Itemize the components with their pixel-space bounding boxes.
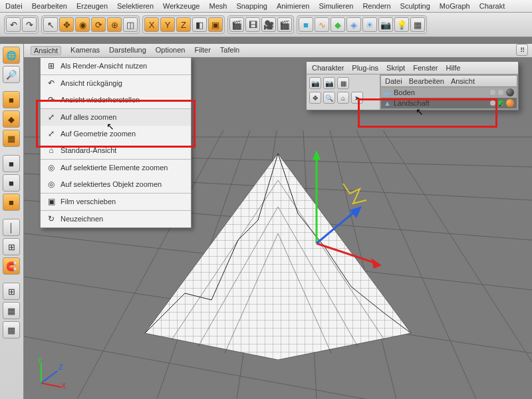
axis-button[interactable]: │: [3, 219, 20, 236]
om-header-datei[interactable]: Datei: [385, 77, 402, 85]
vp-menu-kameras[interactable]: Kameras: [70, 46, 100, 55]
axis-corner-indicator: Y X Z: [35, 358, 66, 390]
floor-icon: ▬: [384, 88, 391, 96]
object-row-boden[interactable]: ▬ Boden: [381, 87, 517, 98]
menu-item-label: Auf Geometrie zoomen: [61, 130, 136, 138]
nurbs-button[interactable]: ◆: [331, 17, 345, 32]
dropdown-item-8[interactable]: ▣Film verschieben: [41, 193, 191, 210]
om-menu-plugins[interactable]: Plug-ins: [352, 64, 378, 72]
deformer-button[interactable]: ◈: [346, 17, 361, 32]
material-slot-icon[interactable]: [506, 88, 514, 96]
menu-snapping[interactable]: Snapping: [236, 2, 267, 10]
lock-x-button[interactable]: X: [144, 17, 159, 32]
render-settings-button[interactable]: 🎥: [261, 17, 276, 32]
render-group: 🎬 🎞 🎥 🎬: [227, 15, 294, 34]
model-mode-button[interactable]: ■: [3, 91, 20, 108]
vp-menu-filter[interactable]: Filter: [194, 46, 210, 55]
menu-item-label: Auf selektierte Elemente zoomen: [61, 164, 168, 172]
menu-selektieren[interactable]: Selektieren: [117, 2, 154, 10]
workplane-mode-button[interactable]: ▦: [3, 130, 20, 147]
axis-gizmo[interactable]: [277, 144, 383, 277]
vp-menu-tafeln[interactable]: Tafeln: [220, 46, 239, 55]
primitive-button[interactable]: ■: [299, 17, 313, 32]
edge-mode-button[interactable]: ■: [3, 174, 20, 192]
menu-erzeugen[interactable]: Erzeugen: [76, 2, 108, 10]
om-arrow-icon[interactable]: ➤: [351, 92, 363, 104]
environment-button[interactable]: ☀: [362, 17, 377, 32]
rotate-tool[interactable]: ⟳: [91, 17, 106, 32]
workplane-button[interactable]: ⊞: [3, 283, 20, 300]
menu-mograph[interactable]: MoGraph: [440, 2, 470, 10]
om-menu-charakter[interactable]: Charakter: [312, 64, 344, 72]
cube-icon[interactable]: ▣: [208, 17, 223, 32]
viewport-solo-button[interactable]: ⊞: [3, 238, 20, 255]
om-header-bearbeiten[interactable]: Bearbeiten: [409, 77, 444, 85]
object-manager-panel[interactable]: Charakter Plug-ins Skript Fenster Hilfe …: [306, 61, 519, 110]
visibility-render-dot[interactable]: ✓: [498, 100, 503, 106]
menu-mesh[interactable]: Mesh: [209, 2, 227, 10]
om-move-icon[interactable]: ✥: [309, 92, 321, 104]
vp-config-icon[interactable]: ⠿: [516, 44, 528, 56]
dropdown-item-7[interactable]: ◎Auf selektiertes Objekt zoomen: [41, 176, 191, 193]
menu-bearbeiten[interactable]: Bearbeiten: [32, 2, 67, 10]
move-tool[interactable]: ✥: [59, 17, 74, 32]
menu-werkzeuge[interactable]: Werkzeuge: [163, 2, 200, 10]
make-editable-button[interactable]: 🌐: [3, 47, 20, 64]
vp-menu-ansicht[interactable]: Ansicht: [31, 46, 61, 55]
planar-workplane-button[interactable]: ▦: [3, 321, 20, 338]
camera-button[interactable]: 📷: [378, 17, 393, 32]
om-menu-skript[interactable]: Skript: [386, 64, 405, 72]
om-cam2-icon[interactable]: 📷: [323, 77, 335, 89]
menu-rendern[interactable]: Rendern: [362, 2, 390, 10]
scale-tool[interactable]: ⊕: [107, 17, 122, 32]
locked-workplane-button[interactable]: ▦: [3, 302, 20, 319]
dropdown-item-1[interactable]: ↶Ansicht rückgängig: [41, 74, 191, 92]
vp-menu-optionen[interactable]: Optionen: [156, 46, 186, 55]
visibility-editor-dot[interactable]: [490, 90, 495, 95]
scene-button[interactable]: ▦: [410, 17, 425, 32]
visibility-render-dot[interactable]: [498, 90, 503, 95]
recent-tool[interactable]: ◫: [123, 17, 138, 32]
menu-sculpting[interactable]: Sculpting: [400, 2, 430, 10]
menu-item-label: Neuzeichnen: [61, 215, 103, 223]
menu-datei[interactable]: Datei: [5, 2, 23, 10]
undo-button[interactable]: ↶: [6, 17, 21, 32]
om-menu-fenster[interactable]: Fenster: [413, 64, 438, 72]
dropdown-item-0[interactable]: ⊞Als Render-Ansicht nutzen: [41, 58, 191, 74]
menu-animieren[interactable]: Animieren: [277, 2, 310, 10]
dropdown-item-3[interactable]: ⤢Auf alles zoomen: [41, 108, 191, 126]
dropdown-item-4[interactable]: ⤢Auf Geometrie zoomen: [41, 126, 191, 142]
om-home-icon[interactable]: ⌂: [337, 92, 349, 104]
om-header-ansicht[interactable]: Ansicht: [451, 77, 475, 85]
om-menu-hilfe[interactable]: Hilfe: [446, 64, 460, 72]
polygon-mode-button[interactable]: ■: [3, 194, 20, 211]
redo-button[interactable]: ↷: [22, 17, 37, 32]
render-region-button[interactable]: 🎞: [245, 17, 260, 32]
live-selection-tool[interactable]: ◉: [75, 17, 90, 32]
transform-group: ↖ ✥ ◉ ⟳ ⊕ ◫: [41, 15, 140, 34]
om-search-icon[interactable]: 🔍: [323, 92, 335, 104]
menu-charakter[interactable]: Charakt: [479, 2, 505, 10]
light-button[interactable]: 💡: [394, 17, 409, 32]
vp-menu-darstellung[interactable]: Darstellung: [109, 46, 146, 55]
spline-button[interactable]: ∿: [315, 17, 329, 32]
render-view-button[interactable]: 🎬: [229, 17, 244, 32]
visibility-editor-dot[interactable]: [490, 100, 495, 106]
dropdown-item-9[interactable]: ↻Neuzeichnen: [41, 210, 191, 227]
snap-button[interactable]: 🧲: [3, 257, 20, 275]
lock-y-button[interactable]: Y: [160, 17, 175, 32]
menu-item-icon: ⊞: [46, 61, 57, 71]
point-mode-button[interactable]: ■: [3, 155, 20, 172]
select-tool[interactable]: ↖: [43, 17, 58, 32]
material-slot-icon[interactable]: [506, 99, 514, 107]
om-cam-icon[interactable]: 📷: [309, 77, 321, 89]
search-button[interactable]: 🔎: [3, 66, 20, 83]
om-display-icon[interactable]: ▦: [337, 77, 349, 89]
render-queue-button[interactable]: 🎬: [277, 17, 292, 32]
menu-simulieren[interactable]: Simulieren: [319, 2, 353, 10]
lock-z-button[interactable]: Z: [176, 17, 191, 32]
dropdown-item-5[interactable]: ⌂Standard-Ansicht: [41, 142, 191, 159]
coord-system-button[interactable]: ◧: [192, 17, 207, 32]
object-row-landschaft[interactable]: ▲ Landschaft ✓: [381, 98, 517, 108]
texture-mode-button[interactable]: ◆: [3, 110, 20, 128]
